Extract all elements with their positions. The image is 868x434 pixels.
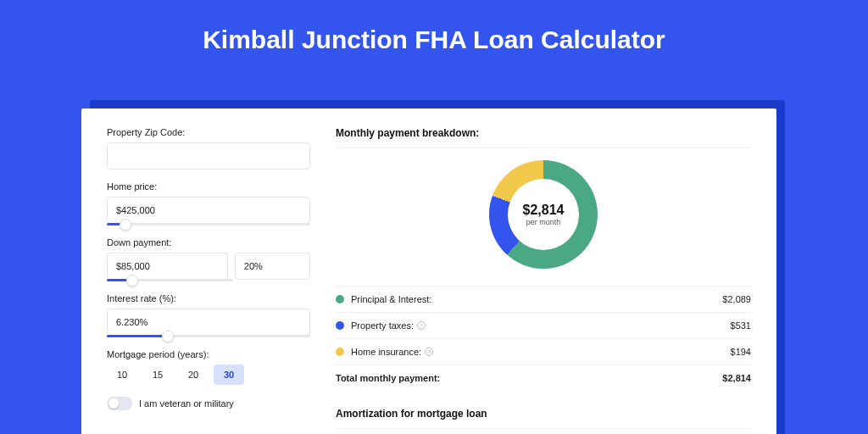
field-period: Mortgage period (years): 10152030 [107,349,310,385]
interest-slider[interactable] [107,335,310,337]
breakdown-list: Principal & Interest:$2,089Property taxe… [336,286,751,364]
interest-input[interactable] [107,309,310,336]
down-payment-pct-input[interactable] [235,253,310,280]
zip-input[interactable] [107,142,310,170]
period-option-30[interactable]: 30 [214,364,244,385]
breakdown-value: $531 [731,320,751,331]
info-icon[interactable]: ? [417,321,426,330]
veteran-toggle[interactable] [107,397,132,410]
field-veteran: I am veteran or military [107,397,310,410]
field-down-payment: Down payment: [107,237,310,281]
calculator-card: Property Zip Code: Home price: Down paym… [81,108,776,434]
total-value: $2,814 [722,373,751,383]
field-interest: Interest rate (%): [107,293,310,337]
swatch-icon [336,348,344,356]
page-title: Kimball Junction FHA Loan Calculator [0,0,868,75]
info-icon[interactable]: ? [425,348,433,356]
label-down-payment: Down payment: [107,237,310,248]
period-option-20[interactable]: 20 [178,364,209,385]
breakdown-header: Monthly payment breakdown: [336,127,751,139]
label-period: Mortgage period (years): [107,349,310,359]
breakdown-value: $194 [731,347,751,357]
breakdown-label: Principal & Interest: [351,294,722,304]
down-payment-slider[interactable] [107,279,233,281]
period-segmented: 10152030 [107,364,310,385]
period-option-15[interactable]: 15 [142,364,173,385]
donut-center: $2,814 per month [508,179,579,250]
donut-chart-wrap: $2,814 per month [336,160,751,269]
breakdown-row: Property taxes: ?$531 [336,312,751,338]
amortization-section: Amortization for mortgage loan Amortizat… [336,408,751,434]
swatch-icon [336,321,344,330]
divider [336,147,751,148]
form-column: Property Zip Code: Home price: Down paym… [107,127,310,434]
donut-chart: $2,814 per month [489,160,598,269]
period-option-10[interactable]: 10 [107,364,137,385]
label-home-price: Home price: [107,181,310,192]
breakdown-row: Home insurance: ?$194 [336,338,751,364]
home-price-slider[interactable] [107,223,310,225]
label-interest: Interest rate (%): [107,293,310,303]
results-column: Monthly payment breakdown: $2,814 per mo… [336,127,751,434]
label-veteran: I am veteran or military [139,398,234,409]
total-row: Total monthly payment: $2,814 [336,364,751,391]
divider [336,428,751,429]
breakdown-label: Home insurance: ? [351,347,731,357]
field-home-price: Home price: [107,181,310,225]
donut-value: $2,814 [523,203,565,218]
home-price-input[interactable] [107,197,310,224]
field-zip: Property Zip Code: [107,127,310,170]
amortization-header: Amortization for mortgage loan [336,408,751,420]
down-payment-amount-input[interactable] [107,253,228,280]
breakdown-label: Property taxes: ? [351,320,731,331]
breakdown-value: $2,089 [722,294,751,304]
label-zip: Property Zip Code: [107,127,310,137]
total-label: Total monthly payment: [336,373,722,383]
swatch-icon [336,295,344,303]
breakdown-row: Principal & Interest:$2,089 [336,286,751,312]
donut-sub: per month [526,218,561,226]
